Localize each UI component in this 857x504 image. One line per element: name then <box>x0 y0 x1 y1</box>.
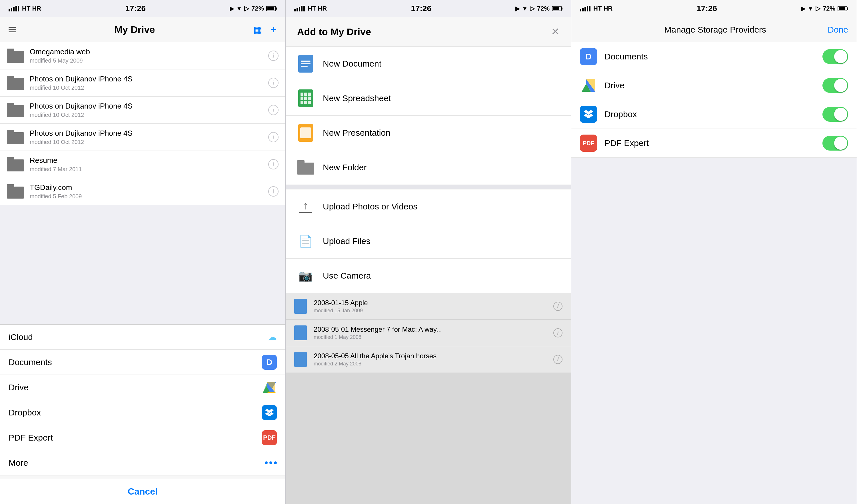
carrier-2: HT HR <box>308 5 327 12</box>
dropbox-toggle[interactable] <box>822 107 848 122</box>
new-folder-label: New Folder <box>323 163 367 172</box>
file-info: Omegamedia web modified 5 May 2009 <box>30 47 268 64</box>
file-item-photos3[interactable]: Photos on Dujkanov iPhone 4S modified 10… <box>0 124 285 151</box>
file-item-resume[interactable]: Resume modified 7 Mar 2011 i <box>0 151 285 178</box>
file-name: Photos on Dujkanov iPhone 4S <box>30 74 268 83</box>
sheet-item-drive[interactable]: Drive <box>0 375 285 400</box>
upload-files-icon: 📄 <box>297 233 314 250</box>
sheet-item-dropbox[interactable]: Dropbox <box>0 400 285 425</box>
file-item-tgdaily[interactable]: TGDaily.com modified 5 Feb 2009 i <box>0 178 285 205</box>
sheet-label-more: More <box>9 458 28 468</box>
drive-info-button[interactable]: i <box>553 302 562 311</box>
sheet-item-pdf-expert[interactable]: PDF Expert PDF <box>0 425 285 450</box>
drive-provider-logo <box>580 77 597 94</box>
menu-item-new-document[interactable]: New Document <box>286 47 571 81</box>
time-2: 17:26 <box>411 4 431 13</box>
menu-item-new-spreadsheet[interactable]: New Spreadsheet <box>286 81 571 116</box>
drive-file-item-1[interactable]: 2008-01-15 Apple modified 15 Jan 2009 i <box>286 293 571 320</box>
battery-pct-1: 72% <box>251 5 264 12</box>
documents-toggle[interactable] <box>822 49 848 64</box>
file-meta: modified 5 May 2009 <box>30 57 268 64</box>
hamburger-button[interactable] <box>9 27 16 32</box>
drive-info-button[interactable]: i <box>553 355 562 364</box>
menu-item-new-folder[interactable]: New Folder <box>286 150 571 185</box>
drive-info-button[interactable]: i <box>553 328 562 337</box>
cancel-button[interactable]: Cancel <box>0 479 285 504</box>
new-spreadsheet-icon <box>297 90 314 107</box>
toggle-thumb <box>834 50 847 63</box>
drive-file-icon <box>294 352 307 367</box>
add-icon[interactable]: + <box>270 23 277 36</box>
info-button[interactable]: i <box>268 132 279 142</box>
menu-item-use-camera[interactable]: 📷 Use Camera <box>286 258 571 293</box>
sheet-label-pdf-expert: PDF Expert <box>9 433 53 442</box>
new-spreadsheet-label: New Spreadsheet <box>323 94 391 103</box>
more-dots-icon <box>265 461 277 464</box>
drive-file-item-3[interactable]: 2008-05-05 All the Apple's Trojan horses… <box>286 346 571 373</box>
file-info: Resume modified 7 Mar 2011 <box>30 156 268 172</box>
provider-item-dropbox[interactable]: Dropbox <box>571 100 857 129</box>
sheet-item-more[interactable]: More <box>0 450 285 475</box>
section-divider <box>286 185 571 189</box>
file-list-1: Omegamedia web modified 5 May 2009 i Pho… <box>0 42 285 324</box>
drive-file-info: 2008-01-15 Apple modified 15 Jan 2009 <box>314 299 553 314</box>
provider-item-documents[interactable]: D Documents <box>571 42 857 71</box>
empty-area <box>571 158 857 504</box>
storage-picker-sheet: iCloud ☁ Documents D Drive <box>0 324 285 504</box>
sheet-item-icloud[interactable]: iCloud ☁ <box>0 324 285 350</box>
drive-files-section: 2008-01-15 Apple modified 15 Jan 2009 i … <box>286 293 571 504</box>
documents-provider-logo: D <box>580 48 597 65</box>
drive-toggle[interactable] <box>822 78 848 93</box>
drive-provider-name: Drive <box>604 81 822 90</box>
documents-provider-name: Documents <box>604 52 822 62</box>
nav-bar-1: My Drive ▦ + <box>0 17 285 42</box>
info-button[interactable]: i <box>268 51 279 61</box>
provider-list: D Documents Drive <box>571 42 857 158</box>
upload-photos-icon: ↑ <box>297 198 314 215</box>
menu-item-upload-files[interactable]: 📄 Upload Files <box>286 224 571 258</box>
info-button[interactable]: i <box>268 159 279 169</box>
toggle-thumb <box>834 79 847 92</box>
file-meta: modified 7 Mar 2011 <box>30 166 268 172</box>
new-document-icon <box>297 55 314 72</box>
drive-file-name: 2008-05-01 Messenger 7 for Mac: A way... <box>314 325 553 333</box>
drive-file-meta: modified 1 May 2008 <box>314 334 553 340</box>
documents-logo: D <box>262 355 277 370</box>
info-button[interactable]: i <box>268 186 279 197</box>
file-meta: modified 5 Feb 2009 <box>30 193 268 200</box>
done-button[interactable]: Done <box>827 25 848 35</box>
toggle-thumb <box>834 137 847 150</box>
use-camera-label: Use Camera <box>323 271 371 281</box>
drive-file-name: 2008-01-15 Apple <box>314 299 553 307</box>
drive-file-item-2[interactable]: 2008-05-01 Messenger 7 for Mac: A way...… <box>286 320 571 346</box>
sheet-item-documents[interactable]: Documents D <box>0 350 285 375</box>
provider-item-drive[interactable]: Drive <box>571 71 857 100</box>
info-button[interactable]: i <box>268 78 279 88</box>
my-drive-title: My Drive <box>115 24 155 35</box>
pdf-expert-toggle[interactable] <box>822 136 848 151</box>
manage-nav: Manage Storage Providers Done <box>571 17 857 42</box>
provider-item-pdf-expert[interactable]: PDF PDF Expert <box>571 129 857 158</box>
file-item-photos2[interactable]: Photos on Dujkanov iPhone 4S modified 10… <box>0 97 285 124</box>
pdf-expert-provider-logo: PDF <box>580 135 597 152</box>
file-item-photos1[interactable]: Photos on Dujkanov iPhone 4S modified 10… <box>0 69 285 97</box>
file-info: TGDaily.com modified 5 Feb 2009 <box>30 183 268 200</box>
panel-manage-storage: HT HR 17:26 ▶ ▼ ▷ 72% Manage Storage Pro… <box>571 0 857 504</box>
sheet-label-drive: Drive <box>9 383 29 392</box>
modal-close-button[interactable]: ✕ <box>551 26 560 38</box>
info-button[interactable]: i <box>268 105 279 115</box>
panel-add-to-drive: HT HR 17:26 ▶ ▼ ▷ 72% Add to My Drive ✕ <box>286 0 571 504</box>
drive-file-icon <box>294 325 307 340</box>
drive-file-info: 2008-05-05 All the Apple's Trojan horses… <box>314 352 553 367</box>
status-bar-3: HT HR 17:26 ▶ ▼ ▷ 72% <box>571 0 857 17</box>
sheet-label-documents: Documents <box>9 357 52 367</box>
sheet-label-dropbox: Dropbox <box>9 408 41 417</box>
file-name: Photos on Dujkanov iPhone 4S <box>30 129 268 138</box>
menu-item-new-presentation[interactable]: New Presentation <box>286 116 571 150</box>
toggle-thumb <box>834 108 847 121</box>
grid-view-icon[interactable]: ▦ <box>253 24 262 35</box>
dropbox-logo <box>262 405 277 420</box>
file-item-omegamedia[interactable]: Omegamedia web modified 5 May 2009 i <box>0 42 285 69</box>
file-meta: modified 10 Oct 2012 <box>30 139 268 146</box>
menu-item-upload-photos[interactable]: ↑ Upload Photos or Videos <box>286 189 571 224</box>
